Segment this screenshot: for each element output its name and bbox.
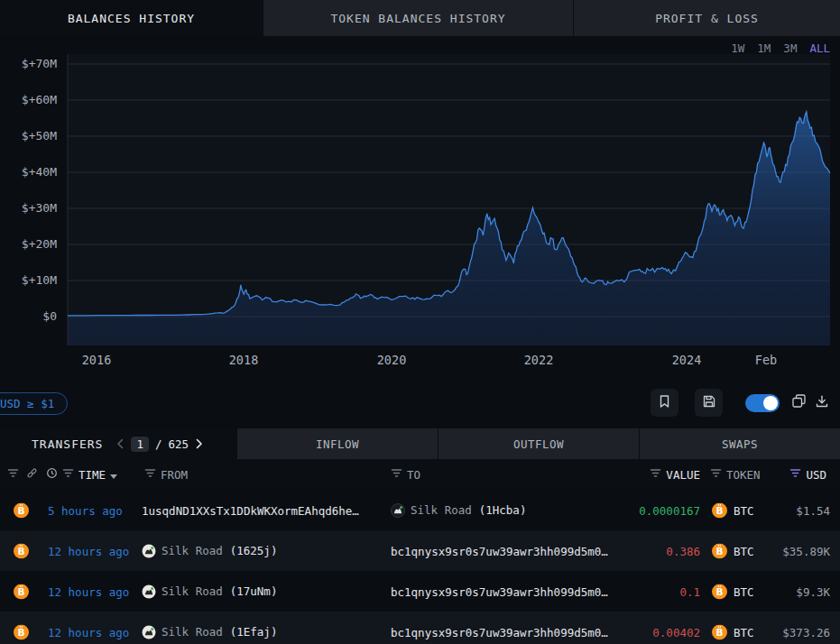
column-header-from[interactable]: FROM [144,467,188,482]
to-header-label: TO [407,468,420,482]
save-icon [702,394,716,412]
chevron-down-icon [110,468,117,482]
usd-amount: $1.54 [796,503,830,517]
usd-filter-chip[interactable]: USD ≥ $1 [0,392,68,415]
y-axis-tick: $+50M [0,129,57,143]
x-axis-tick: 2018 [229,353,259,367]
entity-tag: (17uNm) [230,584,278,598]
filter-icon [7,467,19,482]
entity-tag: (1Hcba) [479,503,527,517]
column-header-to[interactable]: TO [391,467,420,482]
token-cell: BBTC [712,543,754,558]
x-axis-tick: 2020 [377,353,407,367]
silk-road-icon [142,584,156,599]
entity-tag: (1Efaj) [230,625,278,639]
token-cell: BBTC [712,584,754,599]
value-header-label: VALUE [666,468,700,482]
column-header-value[interactable]: VALUE [650,467,700,482]
value-amount: 0.0000167 [639,503,700,517]
balances-area-chart[interactable] [0,36,840,379]
from-cell[interactable]: Silk Road(17uNm) [142,584,277,599]
top-tab-bar: BALANCES HISTORYTOKEN BALANCES HISTORYPR… [0,0,840,36]
range-button-3m[interactable]: 3M [783,41,797,55]
tab-balances-history[interactable]: BALANCES HISTORY [0,0,263,36]
column-header-time[interactable]: TIME [46,467,117,482]
save-button[interactable] [695,389,723,417]
btc-token-icon: B [712,543,727,558]
column-header-token[interactable]: TOKEN [710,467,761,482]
entity-name: Silk Road [162,544,223,557]
copy-button[interactable] [789,391,808,414]
tab-swaps[interactable]: SWAPS [639,428,840,459]
transfers-tab-bar: TRANSFERS 1 / 625 INFLOWOUTFLOWSWAPS [0,428,840,459]
token-symbol: BTC [734,544,754,557]
from-cell[interactable]: 1usqdND1XXsTx1DDkWKXormEAhqd6he… [142,503,359,517]
y-axis-tick: $+40M [0,165,57,179]
tab-outflow[interactable]: OUTFLOW [438,428,639,459]
global-filter-button[interactable] [7,467,19,482]
entity-name: Silk Road [411,503,472,517]
tx-link-column-button[interactable] [26,467,38,482]
x-axis-tick: Feb [755,353,777,367]
x-axis-tick: 2024 [672,353,702,367]
address-text: 1usqdND1XXsTx1DDkWKXormEAhqd6he… [142,503,359,517]
chart-controls-row: USD ≥ $1 [0,379,840,428]
transfers-title: TRANSFERS [32,437,103,451]
copy-icon [791,393,807,412]
usd-header-label: USD [806,468,826,482]
bookmark-button[interactable] [651,389,678,417]
address-text: bc1qnysx9sr0s7uw39awr3hh099d5m0… [391,625,608,639]
download-icon [815,394,829,412]
tab-token-balances-history[interactable]: TOKEN BALANCES HISTORY [263,0,573,36]
clock-icon [46,467,58,482]
chart-toggle-switch[interactable] [745,394,780,412]
download-button[interactable] [813,392,831,414]
to-cell[interactable]: bc1qnysx9sr0s7uw39awr3hh099d5m0… [391,625,608,639]
table-row[interactable]: B12 hours agoSilk Road(17uNm)bc1qnysx9sr… [0,571,840,612]
entity-name: Silk Road [162,584,223,598]
from-cell[interactable]: Silk Road(1Efaj) [142,625,277,639]
tx-time-link[interactable]: 5 hours ago [48,503,123,517]
to-cell[interactable]: bc1qnysx9sr0s7uw39awr3hh099d5m0… [391,584,608,598]
time-header-label: TIME [78,468,106,482]
tab-transfers[interactable]: TRANSFERS 1 / 625 [0,428,236,459]
to-cell[interactable]: bc1qnysx9sr0s7uw39awr3hh099d5m0… [391,544,608,557]
token-symbol: BTC [734,584,754,598]
btc-token-icon: B [712,624,727,639]
svg-text:B: B [716,585,724,596]
svg-text:B: B [18,504,25,515]
balances-chart-section: 1W1M3MALL $+70M$+60M$+50M$+40M$+30M$+20M… [0,36,840,379]
range-button-1m[interactable]: 1M [757,41,771,55]
filter-icon-active [789,467,801,482]
column-header-usd[interactable]: USD [789,467,826,482]
tab-profit-loss[interactable]: PROFIT & LOSS [573,0,840,36]
bookmark-icon [658,394,671,412]
y-axis-tick: $+70M [0,57,57,70]
table-row[interactable]: B12 hours agoSilk Road(1Efaj)bc1qnysx9sr… [0,612,840,644]
address-text: bc1qnysx9sr0s7uw39awr3hh099d5m0… [391,584,608,598]
to-cell[interactable]: Silk Road(1Hcba) [391,503,526,518]
y-axis-tick: $+30M [0,201,57,215]
from-header-label: FROM [161,468,188,482]
range-button-1w[interactable]: 1W [731,41,744,55]
table-row[interactable]: B12 hours agoSilk Road(1625j)bc1qnysx9sr… [0,530,840,571]
table-row[interactable]: B5 hours ago1usqdND1XXsTx1DDkWKXormEAhqd… [0,490,840,530]
token-cell: BBTC [712,624,754,639]
silk-road-icon [142,544,156,558]
tab-inflow[interactable]: INFLOW [236,428,438,459]
from-cell[interactable]: Silk Road(1625j) [142,544,277,558]
current-page: 1 [131,437,149,452]
silk-road-icon [391,503,405,518]
prev-page-button[interactable] [116,438,125,449]
chain-btc-icon: B [14,584,29,599]
next-page-button[interactable] [195,438,203,449]
range-button-all[interactable]: ALL [809,41,830,55]
tx-time-link[interactable]: 12 hours ago [48,584,129,598]
value-amount: 0.1 [679,584,700,598]
address-text: bc1qnysx9sr0s7uw39awr3hh099d5m0… [391,544,608,557]
entity-name: Silk Road [162,625,223,639]
tx-time-link[interactable]: 12 hours ago [48,544,129,557]
svg-text:B: B [18,545,25,556]
silk-road-icon [142,625,156,639]
tx-time-link[interactable]: 12 hours ago [48,625,129,639]
